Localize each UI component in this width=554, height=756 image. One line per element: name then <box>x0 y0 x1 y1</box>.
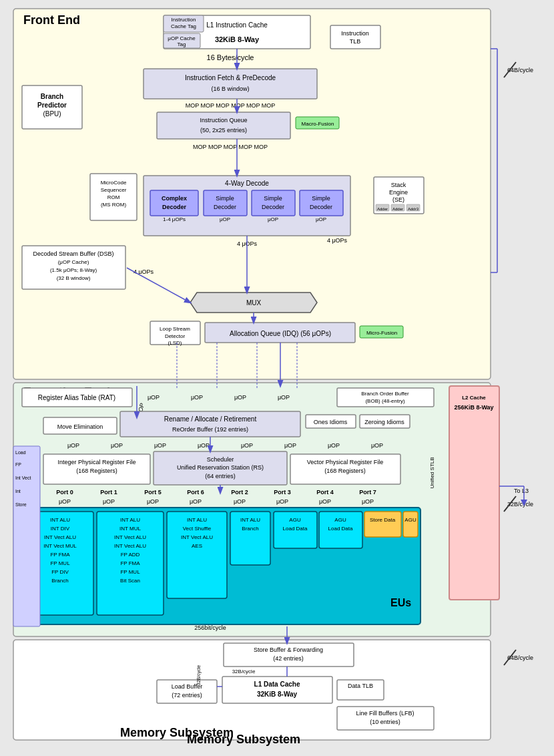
simple-decoder3-label: Simple <box>312 195 330 202</box>
uop-p2: μOP <box>234 498 246 505</box>
fetch-predecode-label: Instruction Fetch & PreDecode <box>185 74 276 81</box>
uop-r7: μOP <box>328 442 340 449</box>
bpu-label: Branch <box>41 93 63 100</box>
stack-engine-label2: Engine <box>389 189 408 196</box>
rob-label2: ReOrder Buffer (192 entries) <box>172 426 248 433</box>
eu-p2-item1: AGU <box>289 517 301 523</box>
eu-p0-item5: FP FMA <box>50 552 70 558</box>
load-label: Load <box>15 450 26 455</box>
simple-decoder2-label: Simple <box>264 195 282 202</box>
l2-cache-box <box>449 386 499 600</box>
rat-label: Register Alias Table (RAT) <box>38 394 115 401</box>
uop-exec1: μOP <box>148 394 160 401</box>
uops-14-label: 1-4 μOPs <box>163 216 186 222</box>
eu-p4-item1: Store Data <box>370 517 396 523</box>
dsb-label: Decoded Stream Buffer (DSB) <box>33 250 114 257</box>
eu-p1-item7: FP MUL <box>120 569 140 575</box>
adder2-label: Adder <box>392 207 403 211</box>
uop-p6: μOP <box>190 498 202 505</box>
uop-exec2: μOP <box>191 394 203 401</box>
simple-decoder1-box <box>204 190 247 216</box>
store-buf-label: Store Buffer & Forwarding <box>254 646 323 653</box>
uop-p0: μOP <box>59 498 71 505</box>
cdb-bg <box>13 446 40 626</box>
icache-tag-label: Instruction <box>172 17 196 23</box>
bits-256-label: 256bit/cycle <box>194 624 226 631</box>
vec-reg-label2: (168 Registers) <box>324 467 366 474</box>
lsd-label: Loop Stream <box>160 326 190 332</box>
int-reg-label: Integer Physical Register File <box>57 459 135 465</box>
bpc-32-load-label: 32B/cycle <box>196 665 202 685</box>
l2-size-label: 256KiB 8-Way <box>454 404 493 411</box>
eu-p2-item2: Load Data <box>283 526 308 532</box>
uop-exec4: μOP <box>278 394 290 401</box>
l1-icache-size: 32KiB 8-Way <box>215 35 260 43</box>
eu-p0-item7: FP DIV <box>51 569 69 575</box>
itlb-label2: TLB <box>350 38 361 45</box>
store-label: Store <box>15 502 27 507</box>
msrom-label: MicroCode <box>101 180 127 186</box>
uop-p3: μOP <box>276 498 288 505</box>
uop-p1: μOP <box>103 498 115 505</box>
mop-row2: MOP MOP MOP MOP MOP <box>193 144 268 150</box>
eu-p5-item3: INT Vect ALU <box>181 534 213 540</box>
l1-dcache-size: 32KiB 8-Way <box>257 691 298 698</box>
lfb-label2: (10 entries) <box>370 719 400 725</box>
l1-icache-label: L1 Instruction Cache <box>206 21 268 29</box>
micro-fusion-label: Micro-Fusion <box>366 330 397 336</box>
to-l3-label: To L3 <box>514 488 529 494</box>
eu-p3-item2: Load Data <box>328 526 353 532</box>
load-buf-label2: (72 entries) <box>172 692 202 699</box>
msrom-label3: ROM <box>107 194 120 200</box>
lsd-label2: Detector <box>165 333 186 339</box>
uop-p7: μOP <box>362 498 374 505</box>
int-label: Int <box>15 489 21 494</box>
eu-p1-item6: FP FMA <box>120 560 140 566</box>
l2-unified-stlb: Unified STLB <box>429 457 435 488</box>
complex-decoder-label2: Decoder <box>162 204 187 210</box>
eu-p7-item1: AGU <box>404 517 417 523</box>
eu-p0-item1: INT ALU <box>50 517 70 523</box>
adder3-label: Addr3 <box>408 207 419 211</box>
eus-label: EUs <box>390 597 411 608</box>
port7-label: Port 7 <box>359 489 376 496</box>
idq-label: Allocation Queue (IDQ) (56 μOPs) <box>230 330 331 337</box>
bpu-label3: (BPU) <box>43 110 61 118</box>
mop-row1: MOP MOP MOP MOP MOP MOP <box>186 102 276 109</box>
bpu-label2: Predictor <box>37 102 67 109</box>
uop-r5: μOP <box>241 442 253 449</box>
four-way-decode-label: 4-Way Decode <box>225 180 269 187</box>
uop-p4: μOP <box>319 498 331 505</box>
eu-p7-box <box>403 512 418 537</box>
msrom-label2: Sequencer <box>101 187 127 193</box>
store-buf-label2: (42 entries) <box>273 655 304 662</box>
int-vect-label: Int Vect <box>15 476 31 480</box>
uop-p5: μOP <box>147 498 159 505</box>
memory-title-bottom: Memory Subsystem <box>187 733 300 746</box>
port4-label: Port 4 <box>316 489 334 496</box>
mux-label: MUX <box>246 299 262 307</box>
itlb-label: Instruction <box>341 30 369 37</box>
uop-r4: μOP <box>198 442 210 449</box>
dsb-label2: (μOP Cache) <box>58 259 89 265</box>
eu-p5-box <box>167 512 227 598</box>
simple-decoder3-box <box>300 190 343 216</box>
eu-p5-item4: AES <box>192 543 202 549</box>
port1-label: Port 1 <box>100 489 117 496</box>
iq-label: Instruction Queue <box>200 117 247 124</box>
eu-p6-item2: Branch <box>242 526 258 532</box>
four-uops-dsb-label: 4 μOPs <box>133 268 154 275</box>
move-elim-label: Move Elimination <box>57 423 103 430</box>
port3-label: Port 3 <box>274 489 291 496</box>
eu-p5-item1: INT ALU <box>187 517 207 523</box>
bob-label2: (BOB) (48-entry) <box>365 398 404 404</box>
complex-decoder-label: Complex <box>162 195 187 202</box>
lsd-label3: (LSD) <box>168 340 182 346</box>
scheduler-label: Scheduler <box>207 456 234 463</box>
eu-p0-item6: FP MUL <box>50 560 70 566</box>
l1-dcache-label: L1 Data Cache <box>254 681 300 688</box>
rob-label: Rename / Allocate / Retirement <box>164 415 257 423</box>
uop-cache-tag-label: μOP Cache <box>168 35 196 41</box>
eu-p0-item4: INT Vect MUL <box>43 543 77 549</box>
dtlb-label: Data TLB <box>348 683 373 689</box>
